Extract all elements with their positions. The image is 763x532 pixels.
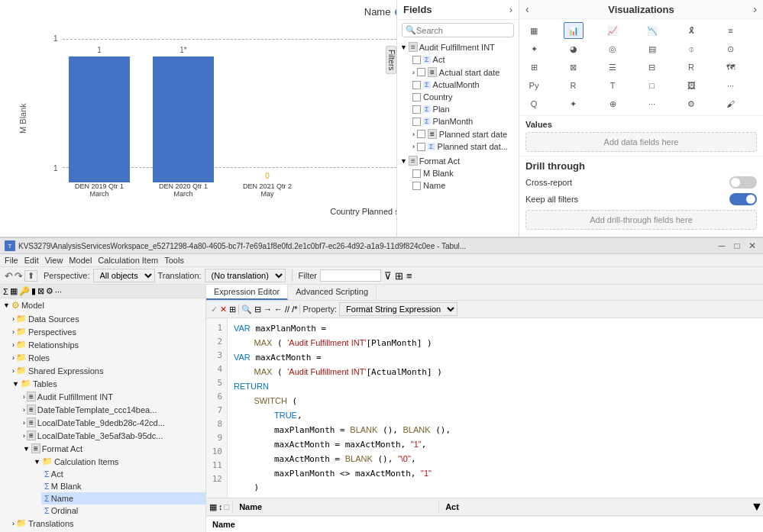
fields-search-input[interactable] [416, 26, 510, 35]
perspective-select[interactable]: All objects [93, 269, 155, 282]
nav-item-calc-items[interactable]: ▼ 📁 Calculation Items [31, 455, 205, 468]
nav-item-format-act[interactable]: ▼ ≡ Format Act [20, 442, 205, 455]
maximize-btn[interactable]: □ [731, 240, 743, 252]
field-item-plan[interactable]: Σ Plan [409, 103, 519, 115]
col-btn-2[interactable]: ↕ [218, 502, 223, 512]
field-item-planmonth[interactable]: Σ PlanMonth [409, 115, 519, 127]
viz-r-script[interactable]: R [564, 77, 584, 94]
menu-tools[interactable]: Tools [164, 256, 184, 265]
viz-python[interactable]: Py [524, 77, 544, 94]
nav-item-translations[interactable]: › 📁 Translations [9, 517, 205, 530]
tb-tree-view[interactable]: ≡ [406, 270, 412, 282]
property-select[interactable]: Format String Expression [339, 302, 457, 316]
cross-report-toggle[interactable] [729, 176, 757, 189]
nav-btn-grid[interactable]: ▦ [10, 286, 18, 296]
exp-check-btn[interactable]: ✓ [211, 305, 218, 314]
menu-edit[interactable]: Edit [24, 256, 39, 265]
col-btn-1[interactable]: ▦ [209, 502, 217, 512]
viz-area-chart[interactable]: 📉 [642, 22, 662, 39]
nav-item-datetemplate[interactable]: › ≡ DateTableTemplate_ccc14bea... [20, 403, 205, 416]
viz-map[interactable]: 🗺 [721, 59, 741, 76]
viz-text-box[interactable]: T [603, 77, 622, 94]
viz-donut[interactable]: ◎ [603, 40, 622, 57]
filter-input[interactable] [320, 269, 381, 282]
fields-group-format-act[interactable]: ▼ ≡ Format Act [397, 154, 519, 167]
menu-model[interactable]: Model [69, 256, 92, 265]
exp-outdent-btn[interactable]: ← [274, 305, 283, 314]
tab-advanced-scripting[interactable]: Advanced Scripting [288, 285, 377, 300]
exp-x-btn[interactable]: ✕ [220, 305, 227, 314]
nav-item-localdate1[interactable]: › ≡ LocalDateTable_9dedb28c-42cd... [20, 416, 205, 429]
nav-item-model[interactable]: ▼ ⚙ Model [0, 298, 205, 312]
translation-select[interactable]: (No translation) [205, 269, 286, 282]
nav-btn-sigma[interactable]: Σ [3, 287, 8, 296]
nav-item-shared-expressions[interactable]: › 📁 Shared Expressions [9, 364, 205, 377]
menu-view[interactable]: View [45, 256, 63, 265]
menu-calc-item[interactable]: Calculation Item [98, 256, 158, 265]
viz-treemap[interactable]: ▤ [642, 40, 662, 57]
viz-kpi[interactable]: ⊠ [564, 59, 584, 76]
viz-waterfall[interactable]: ≡ [721, 22, 741, 39]
viz-qa[interactable]: Q [524, 95, 544, 112]
filters-tab[interactable]: Filters [386, 46, 396, 74]
viz-decomp-tree[interactable]: ⊕ [603, 95, 622, 112]
exp-grid-btn[interactable]: ⊞ [229, 305, 236, 314]
keep-filters-toggle[interactable] [729, 193, 757, 205]
viz-image[interactable]: 🖼 [681, 77, 701, 94]
viz-more[interactable]: ··· [642, 95, 662, 112]
nav-item-audit[interactable]: › ≡ Audit Fulfillment INT [20, 390, 205, 403]
nav-item-tables[interactable]: ▼ 📁 Tables [9, 377, 205, 390]
tb-grid-view[interactable]: ⊞ [395, 270, 403, 282]
viz-card[interactable]: ⊞ [524, 59, 544, 76]
nav-item-relationships[interactable]: › 📁 Relationships [9, 338, 205, 351]
nav-item-localdate2[interactable]: › ≡ LocalDateTable_3e5af3ab-95dc... [20, 429, 205, 442]
nav-btn-measure[interactable]: ⊠ [37, 286, 44, 296]
left-chevron[interactable]: ‹ [525, 3, 529, 15]
nav-btn-settings[interactable]: ⚙ [46, 286, 53, 296]
nav-item-ordinal[interactable]: Σ Ordinal [41, 505, 205, 517]
viz-slicer[interactable]: ☰ [603, 59, 622, 76]
viz-paint[interactable]: 🖌 [721, 95, 741, 112]
field-item-actual-start-date[interactable]: › ≡ Actual start date [409, 66, 519, 79]
viz-line-chart[interactable]: 📈 [603, 22, 622, 39]
visualizations-tab[interactable]: Visualizations [608, 4, 674, 15]
nav-item-m-blank[interactable]: Σ M Blank [41, 480, 205, 492]
close-btn[interactable]: ✕ [746, 240, 758, 252]
minimize-btn[interactable]: ─ [716, 240, 728, 252]
viz-key-influencers[interactable]: ✦ [564, 95, 584, 112]
viz-gauge[interactable]: ⊙ [721, 40, 741, 57]
viz-bar-chart[interactable]: 📊 [564, 22, 584, 39]
tb-filter-icon[interactable]: ⊽ [384, 270, 392, 282]
fields-expand-icon[interactable]: › [509, 4, 512, 15]
viz-ribbon-chart[interactable]: 🎗 [681, 22, 701, 39]
tb-redo[interactable]: ↷ [15, 270, 23, 282]
field-item-actualmonth[interactable]: Σ ActualMonth [409, 79, 519, 91]
values-drop-zone[interactable]: Add data fields here [525, 132, 757, 152]
viz-scatter[interactable]: ✦ [524, 40, 544, 57]
viz-table[interactable]: ⊟ [642, 59, 662, 76]
nav-btn-col[interactable]: ▮ [31, 286, 36, 296]
viz-stacked-bar[interactable]: ▦ [524, 22, 544, 39]
nav-item-act[interactable]: Σ Act [41, 468, 205, 480]
right-chevron[interactable]: › [753, 3, 757, 15]
drill-drop-zone[interactable]: Add drill-through fields here [525, 210, 757, 230]
viz-funnel[interactable]: ⌽ [681, 40, 701, 57]
viz-pie[interactable]: ◕ [564, 40, 584, 57]
field-item-country[interactable]: Country [409, 91, 519, 103]
field-item-name[interactable]: Name [409, 179, 519, 192]
fields-group-audit[interactable]: ▼ ≡ Audit Fulfillment INT [397, 40, 519, 53]
field-item-m-blank[interactable]: M Blank [409, 167, 519, 179]
nav-item-name[interactable]: Σ Name [41, 492, 205, 505]
nav-item-data-sources[interactable]: › 📁 Data Sources [9, 312, 205, 325]
nav-btn-more[interactable]: ··· [55, 287, 62, 296]
exp-format-btn[interactable]: ⊟ [254, 305, 261, 314]
tb-undo[interactable]: ↶ [5, 270, 13, 282]
exp-search-btn[interactable]: 🔍 [241, 305, 252, 314]
tb-deploy[interactable]: ⬆ [24, 270, 37, 282]
viz-shape[interactable]: □ [642, 77, 662, 94]
nav-btn-key[interactable]: 🔑 [19, 286, 30, 296]
viz-build[interactable]: ⚙ [681, 95, 701, 112]
exp-uncomment-btn[interactable]: /* [292, 305, 297, 314]
viz-custom[interactable]: ··· [721, 77, 741, 94]
col-scroll-btn[interactable]: ▼ [751, 500, 763, 514]
